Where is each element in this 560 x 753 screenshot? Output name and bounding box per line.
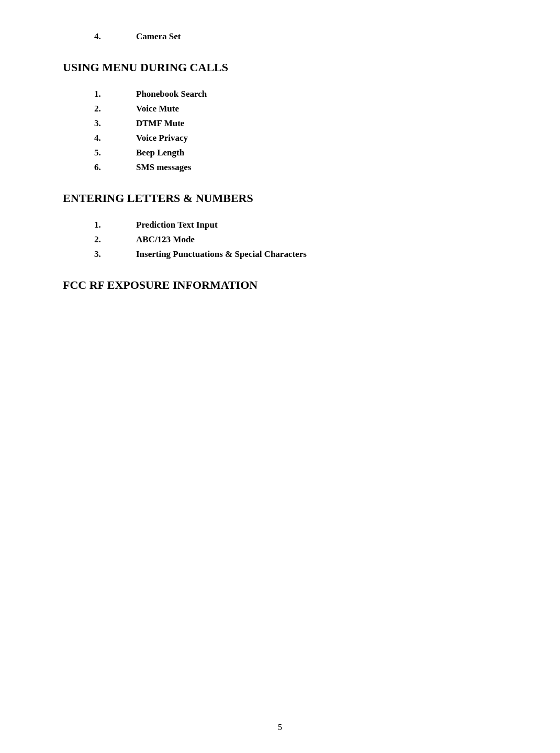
el-item-1-label: Prediction Text Input [136,220,218,230]
section-using-menu: USING MENU DURING CALLS 1. Phonebook Sea… [63,61,497,173]
page: 4. Camera Set USING MENU DURING CALLS 1.… [0,0,560,753]
el-item-3-number: 3. [94,249,136,260]
entering-letters-list: 1. Prediction Text Input 2. ABC/123 Mode… [94,220,497,260]
item-4-label: Voice Privacy [136,133,188,143]
item-4-number: 4. [94,133,136,143]
item-6-number: 6. [94,162,136,173]
item-1-number: 1. [94,89,136,99]
el-item-1-number: 1. [94,220,136,230]
list-item: 3. DTMF Mute [94,118,497,129]
list-item: 1. Phonebook Search [94,89,497,99]
item-5-number: 5. [94,148,136,158]
page-number: 5 [278,723,282,732]
list-item: 1. Prediction Text Input [94,220,497,230]
top-item-label: Camera Set [136,31,181,42]
item-6-label: SMS messages [136,162,191,173]
top-intro-item: 4. Camera Set [94,31,497,42]
item-5-label: Beep Length [136,148,184,158]
section-fcc-rf: FCC RF EXPOSURE INFORMATION [63,278,497,292]
section-heading-using-menu: USING MENU DURING CALLS [63,61,497,74]
section-entering-letters: ENTERING LETTERS & NUMBERS 1. Prediction… [63,192,497,260]
item-1-label: Phonebook Search [136,89,207,99]
list-item: 4. Voice Privacy [94,133,497,143]
el-item-2-label: ABC/123 Mode [136,234,195,245]
list-item: 6. SMS messages [94,162,497,173]
list-item: 5. Beep Length [94,148,497,158]
el-item-3-label: Inserting Punctuations & Special Charact… [136,249,307,260]
item-3-label: DTMF Mute [136,118,184,129]
section-heading-entering-letters: ENTERING LETTERS & NUMBERS [63,192,497,205]
using-menu-list: 1. Phonebook Search 2. Voice Mute 3. DTM… [94,89,497,173]
el-item-2-number: 2. [94,234,136,245]
list-item: 2. ABC/123 Mode [94,234,497,245]
item-2-number: 2. [94,104,136,114]
section-heading-fcc-rf: FCC RF EXPOSURE INFORMATION [63,278,497,292]
list-item: 3. Inserting Punctuations & Special Char… [94,249,497,260]
list-item: 2. Voice Mute [94,104,497,114]
top-item-number: 4. [94,31,136,42]
item-3-number: 3. [94,118,136,129]
item-2-label: Voice Mute [136,104,179,114]
